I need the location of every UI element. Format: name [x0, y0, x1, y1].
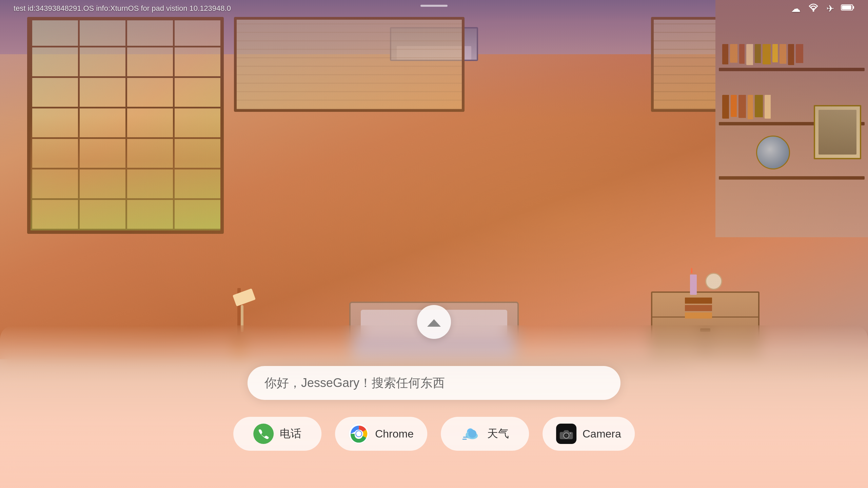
- battery-icon: [841, 3, 854, 14]
- svg-point-10: [468, 430, 476, 438]
- test-info-label: test id:34393848291.OS info:XturnOS for …: [14, 4, 231, 13]
- chrome-label: Chrome: [375, 428, 414, 440]
- svg-rect-3: [842, 5, 851, 9]
- camera-icon: [556, 424, 576, 444]
- svg-point-0: [813, 10, 814, 12]
- phone-icon: [253, 424, 274, 444]
- phone-app-item[interactable]: 电话: [233, 417, 321, 451]
- airplane-icon: ✈: [826, 3, 834, 14]
- search-bar[interactable]: 你好，JesseGary！搜索任何东西: [248, 366, 620, 400]
- collapse-button[interactable]: [417, 305, 451, 339]
- top-drag-bar: [420, 5, 448, 7]
- svg-point-6: [356, 431, 361, 436]
- wifi-icon: [807, 3, 820, 15]
- svg-point-15: [565, 435, 567, 436]
- status-bar: test id:34393848291.OS info:XturnOS for …: [0, 0, 868, 17]
- svg-point-16: [570, 432, 571, 434]
- weather-app-item[interactable]: 天气: [441, 417, 529, 451]
- status-icons: ☁ ✈: [791, 3, 854, 15]
- camera-label: Camera: [583, 428, 621, 440]
- weather-icon: [461, 424, 481, 444]
- camera-app-item[interactable]: Camera: [542, 417, 635, 451]
- ceiling-tint: [0, 0, 868, 119]
- chrome-icon: [349, 424, 369, 444]
- bottom-panel: 你好，JesseGary！搜索任何东西 电话: [0, 325, 868, 488]
- svg-rect-2: [853, 6, 854, 9]
- chrome-app-item[interactable]: Chrome: [335, 417, 427, 451]
- phone-label: 电话: [280, 426, 301, 441]
- app-row: 电话: [233, 417, 635, 451]
- weather-label: 天气: [487, 426, 509, 441]
- cloud-icon: ☁: [791, 3, 801, 14]
- chevron-up-icon: [427, 319, 441, 327]
- search-placeholder: 你好，JesseGary！搜索任何东西: [264, 375, 445, 391]
